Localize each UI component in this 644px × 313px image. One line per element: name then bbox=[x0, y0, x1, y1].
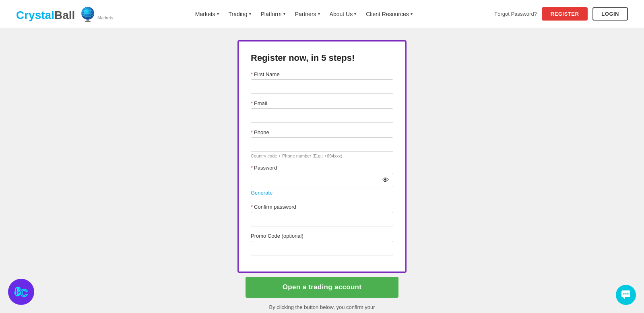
logo-crystal: Crystal bbox=[16, 9, 54, 21]
phone-label: *Phone bbox=[251, 129, 393, 135]
email-label: *Email bbox=[251, 100, 393, 106]
terms-line1: By clicking the button below, you confir… bbox=[266, 303, 378, 312]
phone-field-group: *Phone Country code + Phone number (E.g.… bbox=[251, 129, 393, 158]
confirm-password-required-star: * bbox=[251, 204, 253, 210]
nav-about[interactable]: About Us ▾ bbox=[330, 11, 357, 17]
confirm-password-input[interactable] bbox=[251, 212, 393, 226]
password-label: *Password bbox=[251, 165, 393, 171]
svg-text:ℓ: ℓ bbox=[14, 285, 21, 298]
main-nav: Markets ▾ Trading ▾ Platform ▾ Partners … bbox=[195, 11, 413, 17]
password-field-group: *Password 👁 Generate bbox=[251, 165, 393, 197]
confirm-password-label: *Confirm password bbox=[251, 204, 393, 210]
nav-markets[interactable]: Markets ▾ bbox=[195, 11, 219, 17]
svg-marker-9 bbox=[623, 297, 625, 299]
phone-input[interactable] bbox=[251, 137, 393, 152]
nav-client-resources[interactable]: Client Resources ▾ bbox=[366, 11, 413, 17]
header: CrystalBall Markets bbox=[0, 0, 644, 28]
bottom-logo-badge[interactable]: ℓ C bbox=[8, 279, 34, 305]
nav-platform[interactable]: Platform ▾ bbox=[261, 11, 285, 17]
svg-text:C: C bbox=[20, 287, 28, 299]
platform-arrow-icon: ▾ bbox=[283, 12, 285, 16]
client-resources-arrow-icon: ▾ bbox=[411, 12, 413, 16]
form-title: Register now, in 5 steps! bbox=[251, 53, 393, 63]
first-name-required-star: * bbox=[251, 71, 253, 77]
register-form-container: Register now, in 5 steps! *First Name *E… bbox=[237, 40, 407, 273]
email-field-group: *Email bbox=[251, 100, 393, 123]
generate-password-link[interactable]: Generate bbox=[251, 190, 272, 196]
partners-arrow-icon: ▾ bbox=[318, 12, 320, 16]
logo-text: CrystalBall bbox=[16, 6, 96, 22]
main-content: Register now, in 5 steps! *First Name *E… bbox=[0, 28, 644, 313]
header-right: Forgot Password? REGISTER LOGIN bbox=[494, 7, 628, 21]
svg-rect-5 bbox=[85, 21, 91, 22]
logo-area: CrystalBall Markets bbox=[16, 6, 113, 22]
password-required-star: * bbox=[251, 165, 253, 171]
promo-code-field-group: Promo Code (optional) bbox=[251, 233, 393, 255]
lc-icon: ℓ C bbox=[13, 284, 30, 301]
logo-ball: Ball bbox=[54, 9, 75, 21]
nav-partners[interactable]: Partners ▾ bbox=[295, 11, 320, 17]
login-button[interactable]: LOGIN bbox=[592, 7, 628, 21]
logo-markets-label: Markets bbox=[97, 15, 113, 20]
chat-button[interactable] bbox=[616, 285, 636, 305]
phone-required-star: * bbox=[251, 129, 253, 135]
svg-point-12 bbox=[627, 293, 629, 295]
forgot-password-link[interactable]: Forgot Password? bbox=[494, 11, 537, 17]
svg-point-10 bbox=[623, 293, 625, 295]
promo-code-label: Promo Code (optional) bbox=[251, 233, 393, 239]
promo-code-input[interactable] bbox=[251, 241, 393, 255]
nav-trading[interactable]: Trading ▾ bbox=[229, 11, 251, 17]
logo-globe-icon bbox=[80, 6, 96, 22]
open-trading-account-button[interactable]: Open a trading account bbox=[246, 277, 398, 298]
first-name-label: *First Name bbox=[251, 71, 393, 77]
phone-hint: Country code + Phone number (E.g.: +694x… bbox=[251, 153, 393, 158]
trading-arrow-icon: ▾ bbox=[249, 12, 251, 16]
password-wrapper: 👁 bbox=[251, 173, 393, 187]
password-input[interactable] bbox=[251, 173, 393, 187]
register-button[interactable]: REGISTER bbox=[542, 7, 588, 21]
chat-icon bbox=[621, 290, 631, 300]
about-arrow-icon: ▾ bbox=[354, 12, 356, 16]
email-input[interactable] bbox=[251, 108, 393, 123]
markets-arrow-icon: ▾ bbox=[217, 12, 219, 16]
terms-text: By clicking the button below, you confir… bbox=[266, 303, 378, 313]
email-required-star: * bbox=[251, 100, 253, 106]
first-name-field-group: *First Name bbox=[251, 71, 393, 94]
toggle-password-icon[interactable]: 👁 bbox=[382, 176, 389, 184]
svg-point-11 bbox=[625, 293, 627, 295]
first-name-input[interactable] bbox=[251, 79, 393, 94]
confirm-password-field-group: *Confirm password bbox=[251, 204, 393, 226]
